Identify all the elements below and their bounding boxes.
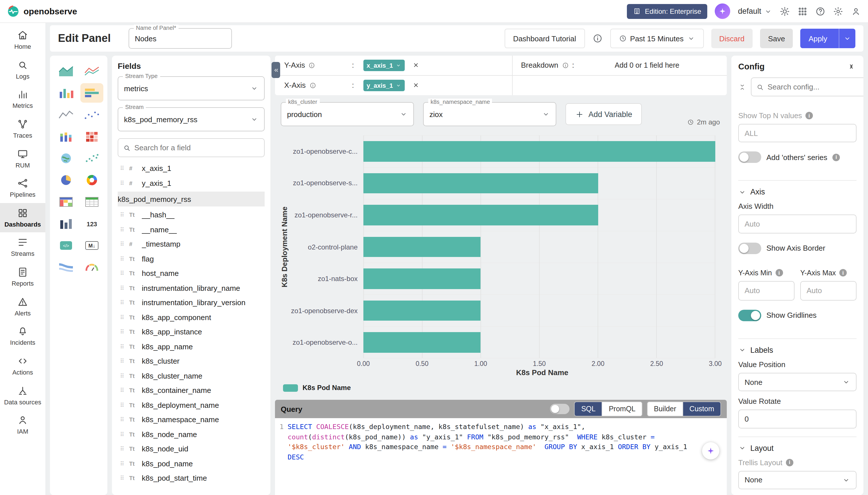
field-item-instrumentation_library_name[interactable]: ⠿Ttinstrumentation_library_name — [118, 281, 265, 295]
sidebar-item-pipelines[interactable]: Pipelines — [0, 173, 45, 203]
apps-grid-icon[interactable] — [797, 6, 808, 16]
field-item-instrumentation_library_version[interactable]: ⠿Ttinstrumentation_library_version — [118, 295, 265, 310]
field-item-k8s_pod_name[interactable]: ⠿Ttk8s_pod_name — [118, 456, 265, 471]
info-icon[interactable] — [309, 62, 315, 69]
trellis-layout-select[interactable]: None — [738, 471, 856, 489]
sidebar-item-iam[interactable]: IAM — [0, 410, 45, 440]
discard-button[interactable]: Discard — [711, 29, 753, 48]
drag-handle-icon[interactable]: ⠿ — [120, 180, 126, 186]
drag-handle-icon[interactable]: ⠿ — [120, 417, 126, 423]
field-item-k8s_app_name[interactable]: ⠿Ttk8s_app_name — [118, 339, 265, 354]
field-item-k8s_pod_start_time[interactable]: ⠿Ttk8s_pod_start_time — [118, 471, 265, 485]
bar[interactable] — [363, 332, 481, 353]
pie-chart-icon[interactable] — [54, 170, 77, 190]
x-axis-field-chip[interactable]: y_axis_1 — [363, 80, 405, 91]
sidebar-item-incidents[interactable]: Incidents — [0, 322, 45, 351]
query-mode-promql[interactable]: PromQL — [602, 402, 642, 416]
drag-handle-icon[interactable]: ⠿ — [120, 358, 126, 364]
time-range-button[interactable]: Past 15 Minutes — [610, 29, 704, 48]
drag-handle-icon[interactable]: ⠿ — [120, 314, 126, 321]
heatmap-chart-icon[interactable] — [80, 127, 103, 146]
dotted-line-chart-icon[interactable] — [80, 105, 103, 124]
help-icon[interactable] — [815, 6, 825, 16]
breakdown-drop-hint[interactable]: Add 0 or 1 field here — [575, 62, 719, 69]
drag-handle-icon[interactable]: ⠿ — [120, 212, 126, 218]
query-mode-builder[interactable]: Builder — [648, 402, 683, 416]
info-icon[interactable] — [592, 33, 603, 44]
field-item-k8s_cluster_name[interactable]: ⠿Ttk8s_cluster_name — [118, 369, 265, 383]
bar[interactable] — [363, 269, 481, 289]
chart-legend[interactable]: K8s Pod Name — [283, 384, 721, 392]
field-item-host_name[interactable]: ⠿Tthost_name — [118, 266, 265, 281]
markdown-chart-icon[interactable]: M↓ — [80, 236, 103, 255]
variable-k8s-namespace-select[interactable]: k8s_namespace_name ziox — [423, 102, 556, 126]
distribution-chart-icon[interactable] — [54, 214, 77, 234]
drag-handle-icon[interactable]: ⠿ — [120, 373, 126, 379]
drag-handle-icon[interactable]: ⠿ — [120, 402, 126, 408]
apply-button[interactable]: Apply — [801, 29, 855, 48]
drag-handle-icon[interactable]: ⠿ — [120, 256, 126, 262]
info-icon[interactable]: i — [805, 112, 813, 119]
info-icon[interactable] — [562, 62, 569, 69]
h-bar-chart-icon[interactable] — [80, 83, 103, 103]
value-position-select[interactable]: None — [738, 373, 856, 391]
line-chart-icon[interactable] — [54, 105, 77, 124]
field-item-k8s_pod_uid[interactable]: ⠿Ttk8s_pod_uid — [118, 485, 265, 489]
field-item-x_axis_1[interactable]: ⠿#x_axis_1 — [118, 161, 265, 176]
openobserve-logo[interactable]: openobserve — [7, 5, 77, 17]
drag-handle-icon[interactable]: ⠿ — [120, 431, 126, 438]
field-item-k8s_container_name[interactable]: ⠿Ttk8s_container_name — [118, 383, 265, 398]
bar[interactable] — [363, 301, 481, 321]
sidebar-item-home[interactable]: Home — [0, 25, 45, 55]
show-axis-border-toggle[interactable] — [738, 243, 761, 254]
collapse-config-icon[interactable] — [846, 62, 856, 72]
custom-chart-icon[interactable] — [80, 258, 103, 277]
org-selector[interactable]: default — [738, 7, 772, 16]
variable-k8s-cluster-select[interactable]: k8s_cluster production — [281, 102, 414, 126]
metric-chart-icon[interactable]: 123 — [80, 214, 103, 234]
value-rotate-input[interactable]: 0 — [738, 410, 856, 428]
drag-handle-icon[interactable]: ⠿ — [120, 270, 126, 277]
drag-handle-icon[interactable]: ⠿ — [120, 226, 126, 233]
sidebar-item-actions[interactable]: Actions — [0, 351, 45, 380]
collapse-all-icon[interactable] — [738, 83, 746, 91]
sidebar-item-alerts[interactable]: Alerts — [0, 292, 45, 322]
apply-dropdown[interactable] — [839, 29, 855, 48]
drag-handle-icon[interactable]: ⠿ — [120, 388, 126, 394]
y-axis-field-chip[interactable]: x_axis_1 — [363, 59, 405, 71]
sidebar-item-rum[interactable]: RUM — [0, 144, 45, 173]
top-n-input[interactable]: ALL — [738, 124, 856, 142]
config-search-input[interactable] — [751, 78, 864, 96]
remove-y-axis-field-icon[interactable] — [412, 62, 419, 69]
drag-handle-icon[interactable]: ⠿ — [120, 285, 126, 291]
geo-map-chart-icon[interactable] — [54, 149, 77, 168]
field-item-flag[interactable]: ⠿Ttflag — [118, 252, 265, 266]
info-icon[interactable] — [309, 82, 316, 89]
theme-toggle-icon[interactable] — [780, 6, 790, 16]
field-item-k8s_namespace_name[interactable]: ⠿Ttk8s_namespace_name — [118, 412, 265, 427]
scatter-chart-icon[interactable] — [80, 149, 103, 168]
query-mode-custom[interactable]: Custom — [683, 402, 720, 416]
stream-select[interactable]: Stream k8s_pod_memory_rss — [118, 107, 265, 131]
labels-section-header[interactable]: Labels — [738, 338, 856, 355]
v-bar-chart-icon[interactable] — [54, 83, 77, 103]
layout-section-header[interactable]: Layout — [738, 436, 856, 452]
info-icon[interactable]: i — [839, 269, 847, 277]
html-chart-icon[interactable]: </> — [54, 236, 77, 255]
drag-handle-icon[interactable]: ⠿ — [120, 300, 126, 306]
area-line-chart-icon[interactable] — [80, 62, 103, 81]
info-icon[interactable]: i — [786, 459, 793, 466]
axis-section-header[interactable]: Axis — [738, 181, 856, 197]
panel-name-field[interactable]: Name of Panel* Nodes — [129, 28, 232, 49]
sankey-chart-icon[interactable] — [54, 258, 77, 277]
sidebar-item-logs[interactable]: Logs — [0, 55, 45, 84]
sidebar-item-data-sources[interactable]: Data sources — [0, 380, 45, 410]
edition-badge[interactable]: Edition: Enterprise — [627, 4, 707, 19]
sidebar-item-metrics[interactable]: Metrics — [0, 85, 45, 114]
field-item-__name__[interactable]: ⠿Tt__name__ — [118, 222, 265, 237]
y-axis-max-input[interactable]: Auto — [800, 281, 856, 301]
collapse-fields-handle[interactable] — [272, 62, 280, 78]
save-button[interactable]: Save — [760, 29, 793, 48]
user-avatar-icon[interactable] — [851, 6, 861, 16]
ai-query-button[interactable] — [702, 442, 719, 459]
